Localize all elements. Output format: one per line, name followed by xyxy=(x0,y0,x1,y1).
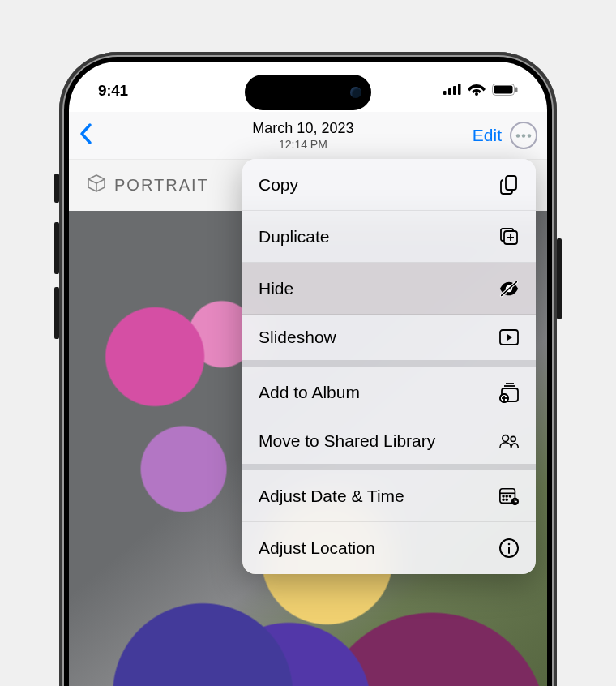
battery-icon xyxy=(492,84,518,99)
svg-rect-13 xyxy=(506,176,516,190)
svg-point-28 xyxy=(503,435,509,442)
menu-item-copy[interactable]: Copy xyxy=(242,159,536,211)
menu-item-adjust-location[interactable]: Adjust Location xyxy=(242,522,536,574)
svg-rect-0 xyxy=(443,91,447,95)
svg-point-39 xyxy=(508,543,511,546)
dynamic-island xyxy=(245,75,371,110)
svg-point-10 xyxy=(528,134,531,137)
hide-icon xyxy=(498,278,520,299)
menu-item-label: Adjust Location xyxy=(259,538,375,558)
svg-point-8 xyxy=(516,134,520,137)
context-menu: Copy Duplicate Hide xyxy=(242,159,536,574)
wifi-icon xyxy=(468,83,486,99)
edit-button[interactable]: Edit xyxy=(473,126,502,145)
menu-item-add-album[interactable]: Add to Album xyxy=(242,367,536,418)
cube-icon xyxy=(87,174,106,197)
photo-date: March 10, 2023 xyxy=(134,119,473,138)
svg-rect-1 xyxy=(448,88,451,95)
svg-point-9 xyxy=(522,134,525,137)
menu-item-adjust-date[interactable]: Adjust Date & Time xyxy=(242,470,536,522)
volume-up-button xyxy=(54,222,59,274)
svg-point-29 xyxy=(511,436,515,441)
menu-item-shared-library[interactable]: Move to Shared Library xyxy=(242,418,536,470)
menu-item-hide[interactable]: Hide xyxy=(242,263,536,315)
svg-point-33 xyxy=(506,495,507,497)
calendar-icon xyxy=(498,486,520,507)
phone-frame: 9:41 March 10, 2023 12 xyxy=(59,52,557,686)
menu-item-slideshow[interactable]: Slideshow xyxy=(242,315,536,367)
menu-item-label: Add to Album xyxy=(259,383,360,402)
portrait-label: PORTRAIT xyxy=(114,176,209,195)
nav-title: March 10, 2023 12:14 PM xyxy=(134,119,473,152)
photo-time: 12:14 PM xyxy=(134,138,473,152)
svg-rect-6 xyxy=(494,85,513,93)
svg-rect-7 xyxy=(515,87,518,92)
svg-point-34 xyxy=(509,495,511,497)
svg-point-35 xyxy=(503,499,504,500)
shared-library-icon xyxy=(498,431,520,452)
screen: 9:41 March 10, 2023 12 xyxy=(69,62,547,686)
side-button xyxy=(54,174,59,203)
menu-item-label: Copy xyxy=(259,175,298,195)
menu-item-duplicate[interactable]: Duplicate xyxy=(242,211,536,263)
menu-item-label: Move to Shared Library xyxy=(259,431,435,451)
status-time: 9:41 xyxy=(98,82,128,100)
menu-item-label: Duplicate xyxy=(259,227,330,247)
cellular-icon xyxy=(443,84,461,98)
slideshow-icon xyxy=(498,327,520,348)
volume-down-button xyxy=(54,287,59,339)
add-album-icon xyxy=(498,382,520,403)
photo-content[interactable]: Copy Duplicate Hide xyxy=(69,211,547,686)
more-button[interactable] xyxy=(510,122,537,149)
back-button[interactable] xyxy=(79,122,93,148)
svg-rect-3 xyxy=(458,84,461,95)
svg-point-36 xyxy=(506,499,507,500)
svg-point-4 xyxy=(475,92,478,96)
menu-item-label: Slideshow xyxy=(259,328,336,347)
copy-icon xyxy=(498,174,520,195)
power-button xyxy=(557,238,562,319)
svg-rect-2 xyxy=(453,86,456,95)
menu-item-label: Adjust Date & Time xyxy=(259,487,404,506)
svg-marker-22 xyxy=(507,334,512,341)
menu-item-label: Hide xyxy=(259,279,293,298)
location-info-icon xyxy=(498,538,520,559)
svg-point-32 xyxy=(503,495,504,497)
front-camera xyxy=(350,87,361,98)
duplicate-icon xyxy=(498,226,520,247)
nav-bar: March 10, 2023 12:14 PM Edit xyxy=(69,112,547,159)
